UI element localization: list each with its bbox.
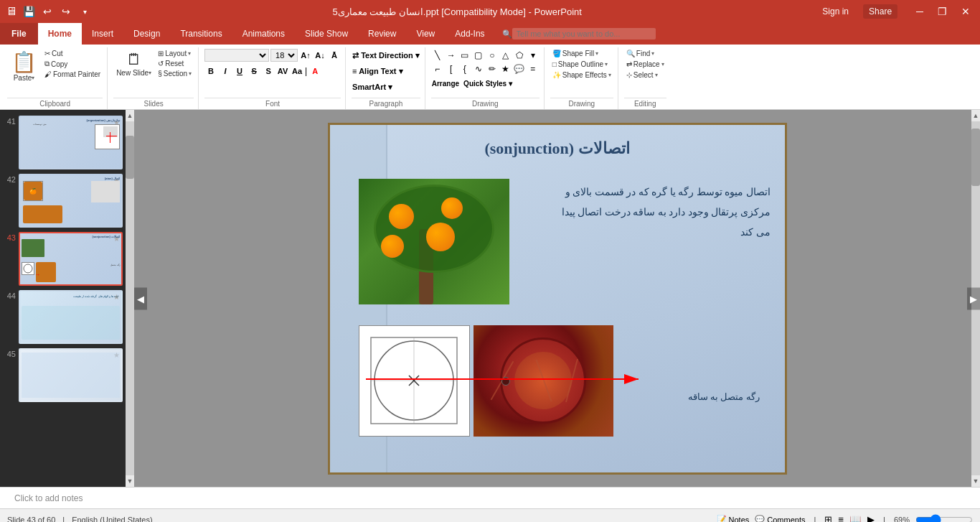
new-slide-dropdown[interactable]: ▾ [149, 70, 151, 76]
slide-scroll-track[interactable] [126, 121, 134, 475]
italic-btn[interactable]: I [219, 65, 232, 78]
slide-img-44[interactable]: ★ ایده ها و الهام های گرفته شده از طبیعت [19, 290, 123, 344]
copy-button[interactable]: ⧉ Copy [42, 59, 103, 69]
section-dropdown-arrow[interactable]: ▾ [189, 70, 192, 77]
clear-format-btn[interactable]: Ā [328, 49, 341, 62]
char-spacing-btn[interactable]: AV [276, 65, 289, 78]
convert-smartart-btn[interactable]: SmartArt ▾ [352, 80, 393, 93]
reading-view-btn[interactable]: 📖 [849, 514, 862, 522]
slide-scroll-up[interactable]: ▲ [126, 110, 134, 121]
shadow-btn[interactable]: S [262, 65, 275, 78]
tab-slideshow[interactable]: Slide Show [295, 23, 358, 45]
shape-star[interactable]: ★ [499, 62, 512, 75]
change-case-btn[interactable]: Aa [291, 65, 303, 78]
slide-scroll-thumb[interactable] [126, 136, 134, 179]
bold-btn[interactable]: B [204, 65, 217, 78]
slide-thumb-43[interactable]: 43 ★ اتصالات (sonjunction) رگه متصل → [3, 232, 123, 286]
normal-view-btn[interactable]: ⊞ [824, 514, 832, 522]
format-painter-button[interactable]: 🖌 Format Painter [42, 70, 103, 79]
slide-prev-btn[interactable]: ◀ [134, 287, 147, 309]
tab-view[interactable]: View [406, 23, 445, 45]
shape-l[interactable]: ⌐ [431, 62, 444, 75]
shape-arrow[interactable]: → [445, 49, 458, 62]
paste-dropdown-arrow[interactable]: ▾ [32, 75, 34, 81]
strikethrough-btn[interactable]: S [248, 65, 260, 78]
shape-triangle[interactable]: △ [499, 49, 512, 62]
shape-bracket[interactable]: [ [445, 62, 458, 75]
tab-file[interactable]: File [0, 23, 38, 45]
shape-pentagon[interactable]: ⬠ [513, 49, 526, 62]
slide-thumb-44[interactable]: 44 ★ ایده ها و الهام های گرفته شده از طب… [3, 290, 123, 344]
comments-btn[interactable]: 💬 Comments [755, 515, 805, 522]
slide-img-45[interactable]: ★ [19, 348, 123, 402]
shape-more[interactable]: ▾ [527, 49, 540, 62]
slide-thumb-42[interactable]: 42 ★ اتصال (atan) 🍊 [3, 174, 123, 228]
right-scroll-thumb[interactable] [971, 129, 980, 186]
redo-btn[interactable]: ↪ [59, 4, 73, 19]
quick-styles-btn[interactable]: Quick Styles ▾ [463, 77, 513, 90]
customize-quick-access-btn[interactable]: ▾ [77, 4, 92, 19]
layout-dropdown-arrow[interactable]: ▾ [188, 50, 191, 57]
shape-brace[interactable]: { [458, 62, 471, 75]
right-scroll-down[interactable]: ▼ [971, 475, 980, 487]
share-btn[interactable]: Share [863, 4, 897, 19]
tab-design[interactable]: Design [123, 23, 170, 45]
find-button[interactable]: 🔍 Find ▾ [624, 49, 656, 58]
section-button[interactable]: § Section ▾ [156, 69, 194, 78]
tab-addins[interactable]: Add-Ins [445, 23, 494, 45]
shape-rounded-rect[interactable]: ▢ [472, 49, 485, 62]
slide-thumb-41[interactable]: 41 ★ سازمان‌دهی (organization) متن توضیح… [3, 116, 123, 169]
text-direction-btn[interactable]: ⇄ Text Direction ▾ [352, 49, 420, 62]
close-btn[interactable]: ✕ [957, 4, 974, 19]
select-button[interactable]: ⊹ Select ▾ [624, 70, 660, 80]
shape-eq[interactable]: = [527, 62, 540, 75]
shape-line[interactable]: ╲ [431, 49, 444, 62]
paste-button[interactable]: 📋 Paste ▾ [7, 49, 41, 83]
shape-fill-btn[interactable]: 🪣 Shape Fill ▾ [550, 49, 600, 58]
arrange-btn[interactable]: Arrange [431, 77, 460, 90]
main-slide[interactable]: اتصالات (sonjunction) اتصال میوه توسط رگ… [328, 123, 787, 475]
minimize-btn[interactable]: ─ [912, 4, 928, 19]
tab-review[interactable]: Review [358, 23, 406, 45]
sign-in-btn[interactable]: Sign in [822, 6, 849, 17]
shape-rect[interactable]: ▭ [458, 49, 471, 62]
slide-panel-scrollbar[interactable]: ▲ ▼ [126, 110, 134, 487]
font-color-btn[interactable]: A [308, 65, 321, 78]
notes-btn[interactable]: 📝 Notes [717, 515, 750, 522]
shape-freeform[interactable]: ✏ [486, 62, 499, 75]
shape-callout[interactable]: 💬 [513, 62, 526, 75]
right-scroll-up[interactable]: ▲ [971, 110, 980, 121]
cut-button[interactable]: ✂ Cut [42, 49, 103, 58]
shape-effects-btn[interactable]: ✨ Shape Effects ▾ [550, 70, 613, 80]
layout-button[interactable]: ⊞ Layout ▾ [156, 49, 194, 58]
zoom-slider[interactable] [915, 514, 973, 523]
undo-btn[interactable]: ↩ [40, 4, 55, 19]
tell-me-input[interactable] [512, 28, 656, 39]
slide-scroll-down[interactable]: ▼ [126, 475, 134, 487]
align-text-btn[interactable]: ≡ Align Text ▾ [352, 65, 403, 78]
slideshow-btn[interactable]: ▶ [867, 514, 875, 522]
font-name-select[interactable] [204, 49, 269, 62]
save-btn[interactable]: 💾 [22, 4, 36, 19]
shape-circle[interactable]: ○ [486, 49, 499, 62]
slide-thumb-45[interactable]: 45 ★ [3, 348, 123, 402]
notes-bar[interactable]: Click to add notes [0, 487, 980, 508]
restore-btn[interactable]: ❐ [933, 4, 951, 19]
tab-insert[interactable]: Insert [82, 23, 123, 45]
tab-transitions[interactable]: Transitions [170, 23, 232, 45]
tab-home[interactable]: Home [38, 23, 82, 45]
slide-img-42[interactable]: ★ اتصال (atan) 🍊 [19, 174, 123, 228]
slide-img-43[interactable]: ★ اتصالات (sonjunction) رگه متصل → [19, 232, 123, 286]
tab-animations[interactable]: Animations [232, 23, 295, 45]
new-slide-button[interactable]: 🗒 New Slide ▾ [113, 49, 154, 78]
underline-btn[interactable]: U [233, 65, 246, 78]
shape-outline-btn[interactable]: □ Shape Outline ▾ [550, 60, 610, 69]
slide-next-btn[interactable]: ▶ [967, 287, 980, 309]
shape-curve[interactable]: ∿ [472, 62, 485, 75]
decrease-font-btn[interactable]: A↓ [314, 49, 326, 62]
reset-button[interactable]: ↺ Reset [156, 59, 194, 68]
font-size-select[interactable]: 18 [270, 49, 298, 62]
outline-view-btn[interactable]: ≡ [838, 514, 844, 522]
replace-button[interactable]: ⇄ Replace ▾ [624, 60, 666, 69]
increase-font-btn[interactable]: A↑ [299, 49, 312, 62]
